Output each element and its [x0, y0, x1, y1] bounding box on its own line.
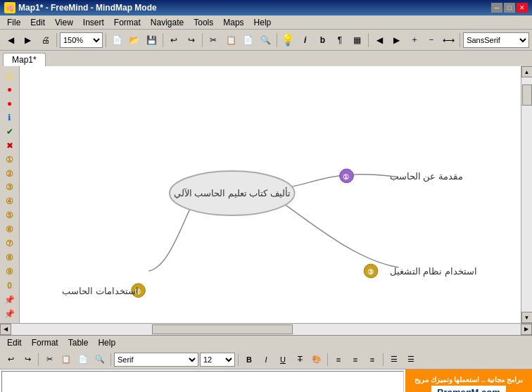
sidebar-info-icon[interactable]: ℹ	[3, 111, 17, 124]
editor-bold-button[interactable]: B	[241, 352, 257, 367]
sidebar-num-6[interactable]: ⑥	[3, 223, 17, 236]
scroll-right-button[interactable]: ▶	[521, 324, 532, 335]
sidebar-pin-1[interactable]: 📌	[3, 293, 17, 306]
open-button[interactable]: 📂	[127, 32, 143, 49]
svg-text:استخدامات الحاسب: استخدامات الحاسب	[62, 286, 139, 296]
editor-sep-5	[383, 353, 384, 366]
scroll-track-vertical[interactable]	[521, 77, 533, 312]
undo-button[interactable]: ↩	[166, 32, 182, 49]
editor-strikethrough-button[interactable]: T̶	[292, 352, 308, 367]
italic-button[interactable]: i	[297, 32, 313, 49]
minimize-button[interactable]: ─	[491, 3, 502, 13]
map-tab[interactable]: Map1*	[3, 53, 46, 66]
editor-sep-2	[110, 353, 111, 366]
menu-format[interactable]: Format	[110, 16, 145, 29]
editor-find-button[interactable]: 🔍	[92, 352, 108, 367]
font-select[interactable]: SansSerif Serif Monospace	[463, 32, 529, 48]
zoom-select[interactable]: 150% 100% 75% 50%	[60, 32, 103, 48]
scroll-up-button[interactable]: ▲	[521, 66, 533, 77]
scroll-thumb-vertical[interactable]	[522, 84, 532, 106]
editor-align-right[interactable]: ≡	[365, 352, 380, 367]
scroll-thumb-horizontal[interactable]	[152, 324, 293, 334]
sidebar-warning-icon[interactable]: ⚠	[3, 69, 17, 82]
editor-text-field[interactable]	[1, 371, 404, 392]
sidebar-num-8[interactable]: ⑧	[3, 251, 17, 264]
close-button[interactable]: ✕	[517, 3, 528, 13]
sidebar-num-7[interactable]: ⑦	[3, 237, 17, 250]
sidebar-num-5[interactable]: ⑤	[3, 209, 17, 222]
copy-button[interactable]: 📋	[223, 32, 239, 49]
sidebar-check-icon[interactable]: ✔	[3, 125, 17, 138]
new-button[interactable]: 📄	[109, 32, 125, 49]
sidebar-num-4[interactable]: ④	[3, 195, 17, 208]
menu-maps[interactable]: Maps	[219, 16, 248, 29]
editor-sep-1	[38, 353, 39, 366]
scroll-track-horizontal[interactable]	[11, 324, 521, 335]
editor-color-button[interactable]: 🎨	[309, 352, 324, 367]
add-node-button[interactable]: ＋	[406, 32, 422, 49]
menu-edit[interactable]: Edit	[26, 16, 49, 29]
sidebar-x-icon[interactable]: ✖	[3, 139, 17, 152]
editor-menu-help[interactable]: Help	[94, 336, 120, 349]
sidebar-num-3[interactable]: ③	[3, 182, 17, 194]
editor-area: Edit Format Table Help ↩ ↪ ✂ 📋 📄 🔍 Serif…	[0, 334, 532, 392]
paragraph-button[interactable]: ¶	[332, 32, 348, 49]
editor-underline-button[interactable]: U	[275, 352, 291, 367]
paste-button[interactable]: 📄	[240, 32, 256, 49]
print-button[interactable]: 🖨	[37, 32, 53, 49]
editor-list-button[interactable]: ☰	[386, 352, 402, 367]
sidebar-red-2[interactable]: ●	[3, 97, 17, 110]
editor-cut-button[interactable]: ✂	[42, 352, 57, 367]
ad-banner: برامج مجانية .. استعملها وتميزك مريح Bra…	[405, 369, 532, 392]
remove-node-button[interactable]: －	[424, 32, 440, 49]
separator-5	[277, 33, 277, 47]
menu-navigate[interactable]: Navigate	[146, 16, 188, 29]
editor-copy-button[interactable]: 📋	[58, 352, 74, 367]
editor-menu-format[interactable]: Format	[27, 336, 63, 349]
menu-view[interactable]: View	[51, 16, 77, 29]
editor-menu-table[interactable]: Table	[64, 336, 93, 349]
menu-file[interactable]: File	[3, 16, 25, 29]
editor-size-select[interactable]: 12 10 14 16	[200, 353, 235, 367]
cut-button[interactable]: ✂	[205, 32, 222, 49]
svg-text:③: ③	[367, 268, 374, 276]
main-toolbar: ◀ ▶ 🖨 150% 100% 75% 50% 📄 📂 💾 ↩ ↪ ✂ 📋 📄 …	[0, 30, 532, 51]
next-node-button[interactable]: ▶	[389, 32, 405, 49]
scroll-down-button[interactable]: ▼	[521, 312, 533, 323]
find-button[interactable]: 🔍	[258, 32, 274, 49]
sidebar-red-1[interactable]: ●	[3, 83, 17, 96]
sidebar-pin-2[interactable]: 📌	[3, 308, 17, 320]
editor-undo-button[interactable]: ↩	[3, 352, 18, 367]
prev-node-button[interactable]: ◀	[372, 32, 388, 49]
redo-button[interactable]: ↪	[184, 32, 200, 49]
sidebar-num-2[interactable]: ②	[3, 167, 17, 180]
idea-button[interactable]: 💡	[280, 32, 296, 49]
bold-button[interactable]: b	[315, 32, 331, 49]
sidebar-num-0[interactable]: 0	[3, 279, 17, 292]
editor-paste-button[interactable]: 📄	[75, 352, 91, 367]
editor-toolbar: ↩ ↪ ✂ 📋 📄 🔍 Serif SansSerif Monospace 12…	[0, 350, 532, 369]
editor-redo-button[interactable]: ↪	[20, 352, 35, 367]
sidebar-num-1[interactable]: ①	[3, 153, 17, 166]
back-button[interactable]: ◀	[3, 32, 19, 49]
sidebar-num-9[interactable]: ⑨	[3, 265, 17, 278]
expand-button[interactable]: ⟷	[441, 32, 457, 49]
title-bar-text: 🧠 Map1* - FreeMind - MindMap Mode	[4, 2, 157, 13]
svg-text:استخدام نظام التشغيل: استخدام نظام التشغيل	[390, 266, 477, 277]
editor-align-left[interactable]: ≡	[331, 352, 346, 367]
menu-tools[interactable]: Tools	[189, 16, 217, 29]
editor-italic-button[interactable]: I	[258, 352, 274, 367]
table-button[interactable]: ▦	[349, 32, 365, 49]
save-button[interactable]: 💾	[144, 32, 160, 49]
editor-ordered-list-button[interactable]: ☰	[403, 352, 419, 367]
editor-align-center[interactable]: ≡	[348, 352, 363, 367]
menu-help[interactable]: Help	[250, 16, 276, 29]
editor-menu-edit[interactable]: Edit	[3, 336, 26, 349]
tab-bar: Map1*	[0, 51, 532, 66]
mindmap-canvas[interactable]: تأليف كتاب تعليم الحاسب الآلي ① مقدمة عن…	[20, 66, 521, 323]
maximize-button[interactable]: □	[504, 3, 515, 13]
editor-font-select[interactable]: Serif SansSerif Monospace	[114, 353, 198, 367]
forward-button[interactable]: ▶	[20, 32, 37, 49]
menu-insert[interactable]: Insert	[79, 16, 108, 29]
scroll-left-button[interactable]: ◀	[0, 324, 11, 335]
